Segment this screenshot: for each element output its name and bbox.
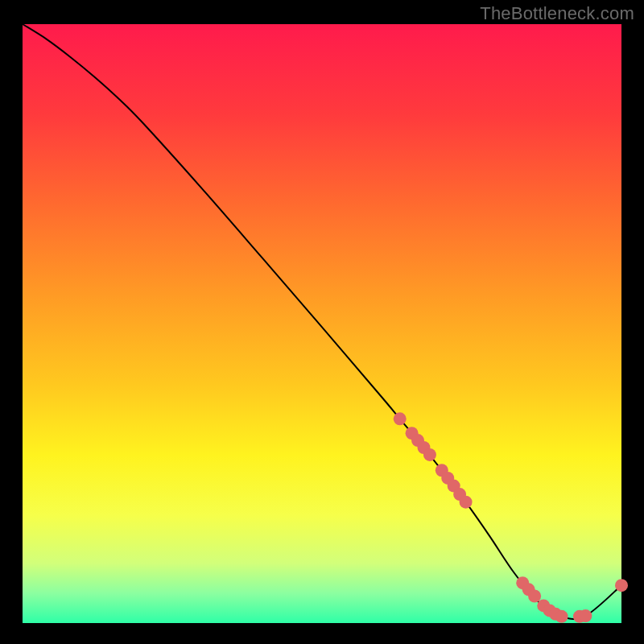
plot-background xyxy=(23,24,621,623)
chart-root: TheBottleneck.com xyxy=(0,0,644,644)
data-marker xyxy=(423,448,436,461)
data-marker xyxy=(615,579,628,592)
data-marker xyxy=(394,412,407,425)
data-marker xyxy=(528,590,541,603)
data-marker xyxy=(555,610,568,623)
data-marker xyxy=(579,609,592,622)
chart-canvas xyxy=(0,0,644,644)
data-marker xyxy=(460,496,473,509)
